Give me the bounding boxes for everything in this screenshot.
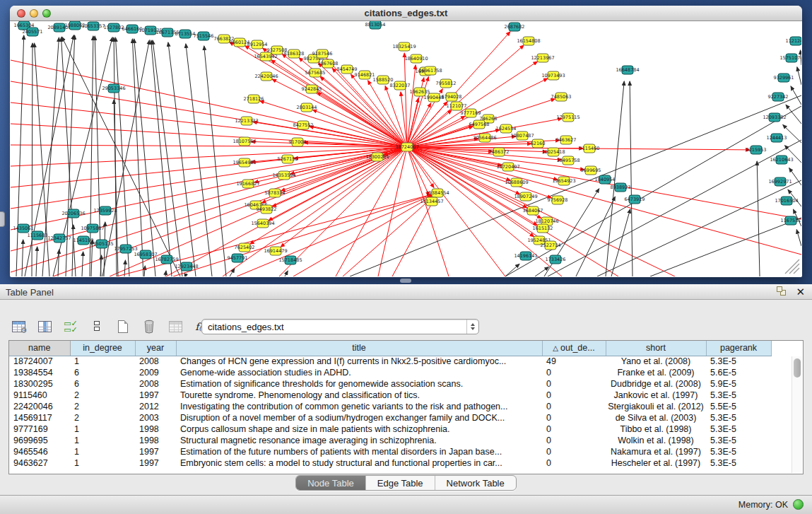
network-node[interactable]: 15718485 [278,256,302,264]
cell-short[interactable]: Stergiakouli et al. (2012) [606,401,706,412]
network-node[interactable]: 18325419 [392,42,416,51]
table-row[interactable]: 1830029562008Estimation of significance … [9,378,771,390]
cell-title[interactable]: Embryonic stem cells: a model to study s… [176,457,542,469]
network-node[interactable]: 12342757 [47,234,71,243]
network-node[interactable]: 12093382 [763,113,786,122]
cell-pagerank[interactable]: 5.3E-5 [706,446,771,457]
cell-in_degree[interactable]: 6 [70,367,135,378]
network-node[interactable]: 19384554 [425,189,449,197]
cell-year[interactable]: 1998 [135,424,176,435]
network-node[interactable]: 8912954 [247,40,268,49]
network-window-titlebar[interactable]: citations_edges.txt [10,6,802,21]
network-node[interactable]: 16992971 [768,177,792,186]
cell-out_degree[interactable]: 0 [542,424,606,435]
column-header-title[interactable]: title [176,341,542,356]
network-node[interactable]: 16914479 [264,247,287,255]
cell-year[interactable]: 1998 [135,435,176,446]
network-node[interactable]: 1167531 [781,216,801,225]
network-node[interactable]: 1840954 [595,175,616,184]
column-header-pagerank[interactable]: pagerank [706,341,771,356]
network-node[interactable]: 10688609 [505,178,528,187]
table-row[interactable]: 1938455462009Genome-wide association stu… [9,367,771,378]
show-columns-icon[interactable] [36,318,53,335]
cell-title[interactable]: Investigating the contribution of common… [176,401,542,412]
cell-pagerank[interactable]: 5.3E-5 [706,435,771,446]
tab-edge-table[interactable]: Edge Table [366,476,435,490]
cell-short[interactable]: Jankovic et al. (1997) [606,390,706,401]
table-row[interactable]: 946362711997Embryonic stem cells: a mode… [9,457,771,469]
cell-short[interactable]: Dudbridge et al. (2008) [606,378,706,390]
cell-year[interactable]: 2008 [135,356,176,367]
column-header-year[interactable]: year [135,341,176,356]
network-node[interactable]: 12213333 [235,117,258,125]
network-node[interactable]: 2405571 [23,28,43,36]
cell-title[interactable]: Estimation of the future numbers of pati… [176,446,542,457]
cell-short[interactable]: Tibbo et al. (1998) [606,424,706,435]
network-node[interactable]: 917004 [289,138,307,146]
cell-year[interactable]: 1997 [135,457,176,469]
network-node[interactable]: 1115683 [28,231,48,240]
cell-year[interactable]: 1997 [135,390,176,401]
cell-short[interactable]: Yano et al. (2008) [606,356,706,367]
network-node[interactable]: 16648784 [616,66,639,74]
cell-name[interactable]: 9465546 [9,446,70,457]
cell-year[interactable]: 2012 [135,401,176,412]
network-node[interactable]: 10653357 [81,22,105,30]
network-node[interactable]: 18107554 [233,137,256,146]
network-node[interactable]: 12213967 [531,54,554,62]
network-node[interactable]: 7485063 [551,93,572,101]
network-node[interactable]: 5675685 [305,69,326,77]
cell-title[interactable]: Corpus callosum shape and size in male p… [176,424,542,435]
cell-name[interactable]: 22420046 [9,401,70,412]
network-node[interactable]: 2867608 [318,59,339,68]
table-row[interactable]: 2242004622012Investigating the contribut… [9,401,771,412]
cell-title[interactable]: Disruption of a novel member of a sodium… [176,412,542,424]
cell-in_degree[interactable]: 2 [70,401,135,412]
cell-pagerank[interactable]: 5.6E-5 [706,367,771,378]
cell-title[interactable]: Estimation of significance thresholds fo… [176,378,542,390]
network-node[interactable]: 10025418 [541,148,565,156]
network-node[interactable]: 1615132 [533,224,553,233]
network-node[interactable]: 10807487 [510,132,534,140]
network-node[interactable]: 1121244 [786,37,801,45]
table-row[interactable]: 911546021997Tourette syndrome. Phenomeno… [9,390,771,401]
cell-in_degree[interactable]: 2 [70,412,135,424]
table-row[interactable]: 977716911998Corpus callosum shape and si… [9,424,771,435]
cell-pagerank[interactable]: 5.5E-5 [706,401,771,412]
network-node[interactable]: 1527802 [104,23,124,32]
network-node[interactable]: 17016504 [775,197,798,205]
network-node[interactable]: 5878334 [265,189,286,197]
column-checklist-icon[interactable]: ▭✓▭✓ [62,318,79,335]
cell-pagerank[interactable]: 5.9E-5 [706,378,771,390]
cell-name[interactable]: 9463627 [9,457,70,469]
network-node[interactable]: 8322037 [390,81,411,90]
table-row[interactable]: 1456911722003Disruption of a novel membe… [9,412,771,424]
network-node[interactable]: 3684067 [523,206,543,215]
network-node[interactable]: 15640394 [251,219,274,228]
network-node[interactable]: 1121077 [447,102,467,110]
cell-name[interactable]: 9115460 [9,390,70,401]
cell-in_degree[interactable]: 2 [70,390,135,401]
network-node[interactable]: 8938923 [611,183,631,192]
cell-year[interactable]: 2008 [135,378,176,390]
cell-pagerank[interactable]: 5.3E-5 [706,412,771,424]
network-node[interactable]: 8215953 [746,146,767,154]
network-node[interactable]: 14353594 [272,171,295,180]
network-node[interactable]: 9115460 [579,144,600,153]
network-node[interactable]: 16210643 [770,156,793,164]
panel-collapse-notch[interactable] [0,211,5,227]
row-height-icon[interactable] [88,318,105,335]
network-node[interactable]: 1244413 [767,134,787,142]
cell-in_degree[interactable]: 1 [70,424,135,435]
table-selector-dropdown[interactable]: citations_edges.txt [201,319,479,334]
network-node[interactable]: 7625402 [235,243,255,252]
cell-name[interactable]: 18724007 [9,356,70,367]
network-node[interactable]: 1435061 [13,224,34,233]
scrollbar-thumb[interactable] [794,358,801,378]
network-node[interactable]: 9463627 [556,136,577,144]
citation-network-graph[interactable]: 1872400719384554766382296601248912954165… [11,21,801,276]
network-node[interactable]: 8186328 [284,49,305,58]
cell-short[interactable]: Franke et al. (2009) [606,367,706,378]
network-node[interactable]: 9329961 [774,74,794,82]
cell-out_degree[interactable]: 0 [542,412,606,424]
